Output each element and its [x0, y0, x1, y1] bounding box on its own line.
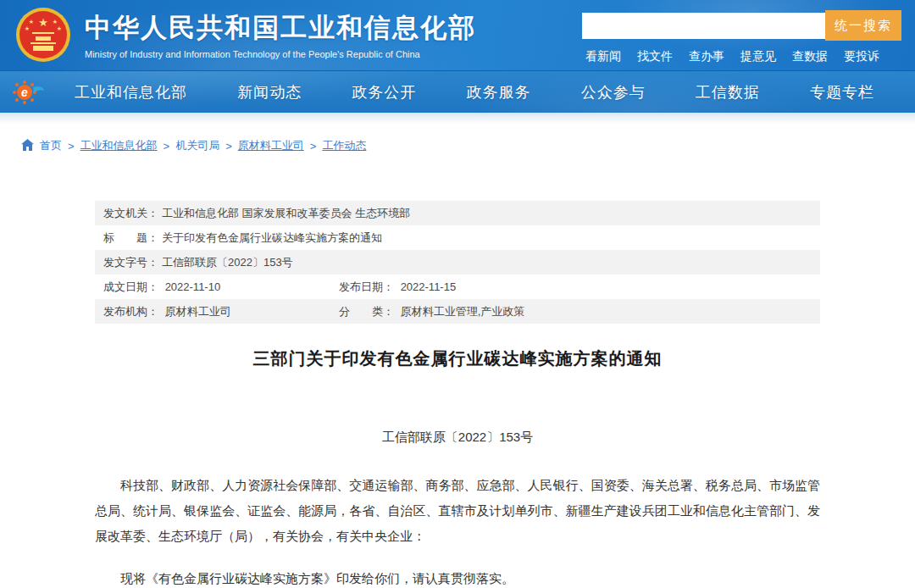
search-input[interactable] — [582, 13, 825, 39]
svg-text:e: e — [21, 86, 28, 99]
nav-item-miit-data[interactable]: 工信数据 — [696, 82, 760, 103]
meta-value: 工业和信息化部 国家发展和改革委员会 生态环境部 — [162, 201, 410, 225]
nav-item-special[interactable]: 专题专栏 — [810, 82, 874, 103]
breadcrumb-separator: > — [68, 140, 75, 153]
meta-label: 成文日期： — [103, 280, 158, 293]
nav-item-gov-open[interactable]: 政务公开 — [352, 82, 416, 103]
national-emblem-icon: ★ ★ ★ ★ ★ — [15, 7, 71, 66]
svg-text:★: ★ — [38, 16, 48, 29]
meta-label: 发布机构： — [103, 305, 158, 318]
search-button[interactable]: 统一搜索 — [825, 10, 901, 41]
meta-row-org-category: 发布机构： 原材料工业司 分 类： 原材料工业管理,产业政策 — [95, 299, 820, 324]
meta-row-title: 标 题： 关于印发有色金属行业碳达峰实施方案的通知 — [95, 225, 820, 250]
meta-row-doc-number: 发文字号： 工信部联原〔2022〕153号 — [95, 250, 820, 275]
svg-text:★: ★ — [57, 25, 62, 31]
nav-item-miit[interactable]: 工业和信息化部 — [75, 82, 187, 103]
miit-logo-icon: e — [10, 78, 46, 111]
breadcrumb-separator: > — [225, 140, 232, 153]
meta-label: 分 类： — [339, 305, 394, 318]
main-nav: e 工业和信息化部 新闻动态 政务公开 政务服务 公众参与 工信数据 专题专栏 — [0, 70, 915, 113]
quick-links: 看新闻 找文件 查办事 提意见 查数据 要投诉 — [582, 49, 902, 64]
meta-value: 关于印发有色金属行业碳达峰实施方案的通知 — [162, 225, 382, 250]
svg-text:★: ★ — [53, 19, 58, 25]
nav-item-news[interactable]: 新闻动态 — [237, 82, 302, 103]
quick-link-files[interactable]: 找文件 — [637, 49, 673, 64]
document-meta-table: 发文机关： 工业和信息化部 国家发展和改革委员会 生态环境部 标 题： 关于印发… — [95, 201, 820, 324]
quick-link-complaint[interactable]: 要投诉 — [844, 49, 879, 64]
meta-label: 发布日期： — [339, 280, 394, 293]
breadcrumb-separator: > — [164, 140, 170, 153]
article-doc-number: 工信部联原〔2022〕153号 — [0, 430, 915, 446]
article-paragraph: 科技部、财政部、人力资源社会保障部、交通运输部、商务部、应急部、人民银行、国资委… — [95, 473, 820, 549]
meta-label: 标 题： — [103, 225, 158, 250]
quick-link-news[interactable]: 看新闻 — [585, 49, 621, 64]
site-header: ★ ★ ★ ★ ★ 中华人民共和国工业和信息化部 Ministry of Ind… — [0, 0, 915, 70]
article-paragraph: 现将《有色金属行业碳达峰实施方案》印发给你们，请认真贯彻落实。 — [95, 566, 820, 588]
meta-value: 工信部联原〔2022〕153号 — [162, 250, 293, 275]
nav-item-gov-service[interactable]: 政务服务 — [466, 82, 530, 103]
meta-label: 发文机关： — [103, 201, 158, 225]
svg-text:★: ★ — [29, 19, 34, 25]
nav-item-participation[interactable]: 公众参与 — [581, 82, 646, 103]
document-page: 发文机关： 工业和信息化部 国家发展和改革委员会 生态环境部 标 题： 关于印发… — [0, 201, 915, 588]
quick-link-data[interactable]: 查数据 — [792, 49, 828, 64]
svg-text:★: ★ — [25, 25, 30, 31]
meta-label: 发文字号： — [103, 250, 158, 275]
quick-link-suggest[interactable]: 提意见 — [740, 49, 776, 64]
site-subtitle: Ministry of Industry and Information Tec… — [85, 49, 476, 59]
breadcrumb-work-updates[interactable]: 工作动态 — [322, 138, 366, 153]
breadcrumb-departments[interactable]: 机关司局 — [175, 138, 219, 153]
nav-shadow-strip — [0, 113, 915, 125]
breadcrumb-miit[interactable]: 工业和信息化部 — [80, 138, 158, 153]
meta-value: 2022-11-10 — [165, 280, 221, 293]
quick-link-services[interactable]: 查办事 — [689, 49, 724, 64]
breadcrumb-separator: > — [310, 140, 317, 153]
meta-value: 原材料工业管理,产业政策 — [401, 305, 525, 318]
search-area: 统一搜索 看新闻 找文件 查办事 提意见 查数据 要投诉 — [582, 10, 902, 64]
meta-row-issuing-authority: 发文机关： 工业和信息化部 国家发展和改革委员会 生态环境部 — [95, 201, 820, 225]
breadcrumb-raw-materials[interactable]: 原材料工业司 — [238, 138, 304, 153]
breadcrumb-home[interactable]: 首页 — [40, 138, 62, 153]
meta-value: 2022-11-15 — [401, 280, 457, 293]
breadcrumb: 首页 > 工业和信息化部 > 机关司局 > 原材料工业司 > 工作动态 — [21, 138, 915, 153]
meta-value: 原材料工业司 — [165, 305, 231, 318]
home-icon — [21, 139, 34, 153]
meta-row-dates: 成文日期： 2022-11-10 发布日期： 2022-11-15 — [95, 275, 820, 299]
site-title: 中华人民共和国工业和信息化部 — [85, 10, 476, 46]
article-title: 三部门关于印发有色金属行业碳达峰实施方案的通知 — [95, 347, 820, 370]
